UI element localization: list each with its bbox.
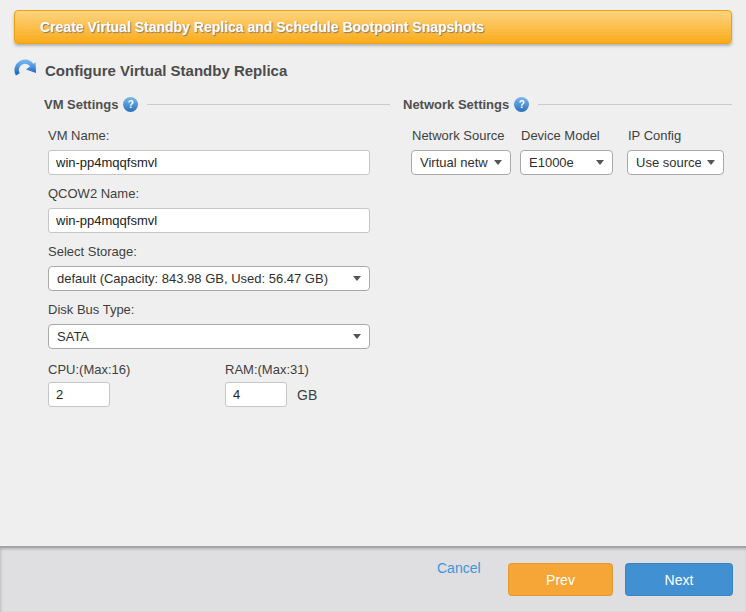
network-source-label: Network Source	[412, 128, 504, 143]
create-virtual-standby-wizard: Create Virtual Standby Replica and Sched…	[0, 0, 746, 612]
disk-bus-dropdown-value: SATA	[57, 329, 89, 344]
step-title: Configure Virtual Standby Replica	[45, 62, 287, 79]
ram-input[interactable]	[225, 382, 287, 407]
vm-settings-help-icon[interactable]: ?	[123, 97, 138, 112]
cpu-label: CPU:(Max:16)	[48, 362, 130, 377]
wizard-title: Create Virtual Standby Replica and Sched…	[40, 19, 484, 35]
vm-name-input[interactable]	[48, 150, 370, 175]
ip-config-label: IP Config	[628, 128, 681, 143]
vm-name-label: VM Name:	[48, 128, 109, 143]
section-divider	[538, 104, 732, 105]
chevron-down-icon	[353, 334, 361, 339]
step-header: Configure Virtual Standby Replica	[14, 59, 287, 82]
network-source-dropdown[interactable]: Virtual netw...	[411, 150, 511, 175]
section-divider	[147, 104, 390, 105]
select-storage-label: Select Storage:	[48, 244, 137, 259]
device-model-label: Device Model	[521, 128, 600, 143]
chevron-down-icon	[707, 160, 715, 165]
qcow2-name-input[interactable]	[48, 208, 370, 233]
device-model-dropdown[interactable]: E1000e	[520, 150, 613, 175]
ip-config-dropdown[interactable]: Use source ...	[627, 150, 724, 175]
vm-settings-label: VM Settings	[44, 97, 118, 112]
prev-button[interactable]: Prev	[508, 563, 613, 596]
network-settings-label: Network Settings	[403, 97, 509, 112]
next-button[interactable]: Next	[625, 563, 733, 596]
network-settings-help-icon[interactable]: ?	[514, 97, 529, 112]
network-settings-section-header: Network Settings ?	[403, 96, 732, 113]
ip-config-dropdown-value: Use source ...	[636, 155, 701, 170]
ram-label: RAM:(Max:31)	[225, 362, 309, 377]
disk-bus-type-label: Disk Bus Type:	[48, 302, 134, 317]
curved-arrow-icon	[14, 59, 37, 82]
chevron-down-icon	[596, 160, 604, 165]
vm-settings-section-header: VM Settings ?	[44, 96, 390, 113]
wizard-title-banner: Create Virtual Standby Replica and Sched…	[14, 10, 732, 44]
ram-unit-label: GB	[297, 387, 317, 403]
wizard-footer: Cancel Prev Next	[0, 546, 746, 612]
disk-bus-dropdown[interactable]: SATA	[48, 324, 370, 349]
network-source-dropdown-value: Virtual netw...	[420, 155, 488, 170]
storage-dropdown-value: default (Capacity: 843.98 GB, Used: 56.4…	[57, 271, 328, 286]
device-model-dropdown-value: E1000e	[529, 155, 574, 170]
qcow2-name-label: QCOW2 Name:	[48, 186, 139, 201]
chevron-down-icon	[353, 276, 361, 281]
cancel-link[interactable]: Cancel	[437, 560, 481, 576]
cpu-input[interactable]	[48, 382, 110, 407]
storage-dropdown[interactable]: default (Capacity: 843.98 GB, Used: 56.4…	[48, 266, 370, 291]
chevron-down-icon	[494, 160, 502, 165]
